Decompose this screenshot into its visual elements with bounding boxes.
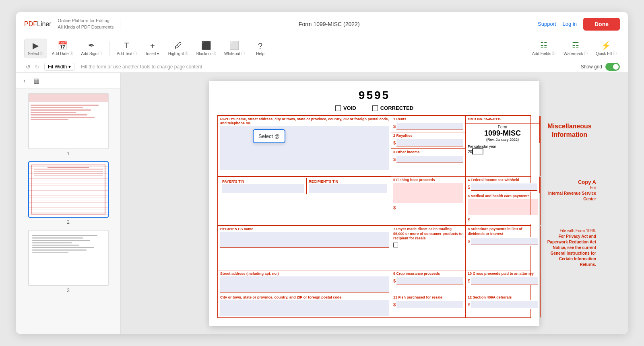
field8-input[interactable] [471, 238, 538, 245]
pdf-viewer: Select @ 9595 VOID CORRECTED [121, 73, 628, 334]
sidebar-thumbnail-button[interactable]: ▦ [31, 76, 42, 85]
field5-input[interactable] [396, 204, 463, 211]
field10-input[interactable] [471, 277, 538, 284]
insert-label: Insert ▾ [146, 51, 159, 56]
cal-year-input[interactable] [472, 148, 483, 154]
page-num-1: 1 [67, 151, 70, 157]
redo-button[interactable]: ↻ [33, 63, 41, 71]
void-checkbox[interactable]: VOID [335, 105, 356, 111]
fit-width-button[interactable]: Fit Width ▾ [44, 63, 74, 71]
field12-cell: 12 Section 409A deferrals $ [466, 294, 540, 317]
right-filler-5 [540, 294, 599, 317]
field9-label: 9 Crop insurance proceeds [393, 272, 463, 276]
select-label: Selectⓘ [28, 51, 43, 56]
blackout-tool[interactable]: ⬛ Blackoutⓘ [193, 39, 219, 58]
recipient-tin-label: RECIPIENT'S TIN [309, 179, 387, 183]
quick-fill-icon: ⚡ [601, 41, 611, 50]
main-content: ‹ ▦ [16, 73, 628, 334]
field12-input[interactable] [471, 301, 538, 308]
add-sign-tool[interactable]: ✒ Add Signⓘ [78, 39, 105, 58]
page-num-3: 3 [67, 288, 70, 293]
form-checkboxes: VOID CORRECTED [217, 105, 531, 111]
add-fields-tool[interactable]: ☷ Add Fieldsⓘ [529, 39, 559, 58]
add-date-tool[interactable]: 📅 Add Dateⓘ [49, 39, 76, 58]
grid-toggle-switch[interactable] [605, 63, 620, 71]
payer-name-label: PAYER'S name, street address, city or to… [220, 117, 389, 125]
page-thumb-2[interactable]: 2 [20, 161, 116, 225]
payer-tin-input[interactable] [222, 184, 304, 193]
sign-icon: ✒ [88, 41, 95, 50]
highlight-label: Highlightⓘ [168, 51, 188, 56]
field1-input[interactable] [396, 123, 463, 130]
blackout-label: Blackoutⓘ [196, 51, 216, 56]
street-address-input[interactable] [220, 276, 389, 292]
undo-button[interactable]: ↺ [24, 63, 32, 71]
login-link[interactable]: Log in [563, 21, 577, 27]
omb-label: OMB No. 1545-0115 [468, 117, 537, 121]
field12-label: 12 Section 409A deferrals [468, 295, 538, 299]
payer-name-cell: PAYER'S name, street address, city or to… [218, 116, 391, 176]
page-thumb-3[interactable]: 3 [20, 230, 116, 293]
text-icon: T [124, 41, 129, 50]
sidebar-pages: 1 [16, 89, 120, 334]
field10-label: 10 Gross proceeds paid to an attorney [468, 272, 538, 276]
field6-input[interactable] [471, 216, 538, 223]
rev-date: (Rev. January 2022) [468, 138, 537, 142]
void-label: VOID [343, 105, 356, 111]
quick-fill-tool[interactable]: ⚡ Quick Fillⓘ [592, 39, 620, 58]
recipient-name-input[interactable] [220, 232, 389, 248]
select-at-box[interactable]: Select @ [253, 129, 285, 143]
corrected-checkbox-box[interactable] [372, 105, 378, 111]
field3-input[interactable] [396, 156, 463, 163]
void-checkbox-box[interactable] [335, 105, 341, 111]
field8-cell: 8 Substitute payments in lieu of dividen… [466, 226, 540, 270]
sidebar: ‹ ▦ [16, 73, 121, 334]
form-row-5: City or town, state or province, country… [218, 294, 530, 317]
page-thumb-1[interactable]: 1 [20, 93, 116, 157]
insert-tool[interactable]: + Insert ▾ [142, 40, 163, 58]
whiteout-label: Whiteoutⓘ [224, 51, 244, 56]
field10-dollar: $ [468, 276, 538, 285]
tax-form: PAYER'S name, street address, city or to… [217, 115, 531, 318]
field4-label: 4 Federal income tax withheld [468, 178, 537, 182]
highlight-tool[interactable]: 🖊 Highlightⓘ [165, 39, 192, 58]
field6-group: 4 Federal income tax withheld $ 6 Medica… [466, 177, 540, 225]
whiteout-tool[interactable]: ⬜ Whiteoutⓘ [221, 39, 248, 58]
select-tool[interactable]: ▶ Selectⓘ [24, 39, 47, 58]
add-text-label: Add Textⓘ [117, 51, 137, 56]
city-input[interactable] [220, 300, 389, 316]
form-title: Form 1099-MISC (2022) [120, 21, 538, 27]
chevron-down-icon: ▾ [68, 64, 71, 70]
field3-dollar: $ [393, 155, 463, 164]
field10-cell: 10 Gross proceeds paid to an attorney $ [466, 270, 540, 294]
watermark-icon: ☶ [572, 41, 579, 50]
header-actions: Support Log in Done [538, 18, 620, 31]
field4-dollar: $ [468, 183, 537, 192]
field11-cell: 11 Fish purchased for resale $ [391, 294, 466, 317]
field9-input[interactable] [396, 277, 463, 284]
help-tool[interactable]: ? Help [250, 40, 271, 58]
done-button[interactable]: Done [583, 18, 620, 31]
field2-dollar: $ [393, 138, 463, 147]
field11-input[interactable] [396, 301, 463, 308]
secondary-toolbar: ↺ ↻ Fit Width ▾ Fill the form or use ano… [16, 61, 628, 73]
hint-text: Fill the form or use another tools to ch… [81, 64, 202, 70]
field4-cell: 4 Federal income tax withheld $ [466, 177, 540, 193]
payer-name-input[interactable] [220, 126, 389, 170]
recipient-tin-input[interactable] [309, 184, 387, 193]
sidebar-prev-button[interactable]: ‹ [21, 76, 28, 85]
add-text-tool[interactable]: T Add Textⓘ [114, 39, 140, 58]
field11-label: 11 Fish purchased for resale [393, 295, 463, 299]
watermark-tool[interactable]: ☶ Watermarkⓘ [560, 39, 591, 58]
support-link[interactable]: Support [538, 21, 556, 27]
field3-cell: 3 Other income $ [391, 149, 465, 165]
corrected-label: CORRECTED [380, 105, 413, 111]
form-name-display: 1099-MISC [484, 129, 521, 137]
field6-cell: 6 Medical and health care payments $ [466, 193, 540, 225]
field7-checkbox[interactable] [393, 243, 398, 247]
corrected-checkbox[interactable]: CORRECTED [372, 105, 413, 111]
form-row-3: RECIPIENT'S name 7 Payer made direct sal… [218, 226, 530, 270]
city-label: City or town, state or province, country… [220, 295, 389, 299]
field2-input[interactable] [396, 139, 463, 146]
field4-input[interactable] [471, 183, 537, 191]
